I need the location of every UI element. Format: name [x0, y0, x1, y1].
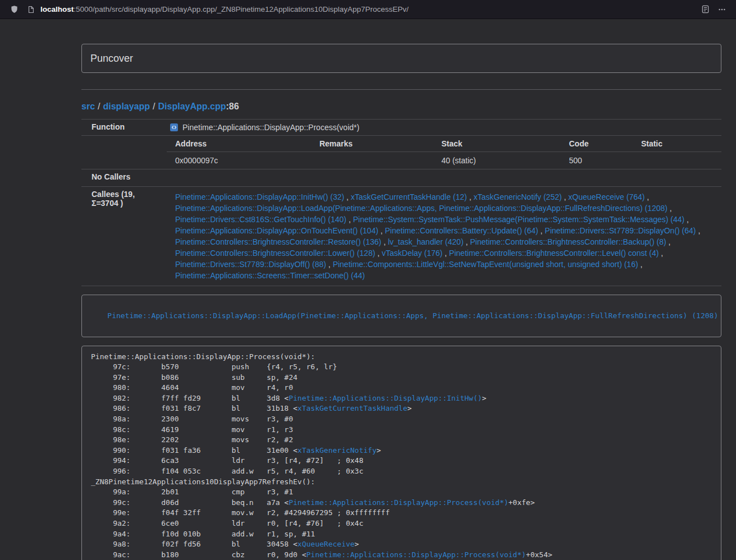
metrics-row-label	[81, 136, 167, 169]
disassembly-code: Pinetime::Applications::DisplayApp::Proc…	[91, 352, 712, 560]
code-symbol-link[interactable]: xTaskGetCurrentTaskHandle	[298, 404, 408, 412]
callee-link[interactable]: Pinetime::Drivers::Cst816S::GetTouchInfo…	[175, 215, 346, 224]
asm-line: _ZN8Pinetime12Applications10DisplayApp7R…	[91, 477, 712, 488]
asm-line: 99c: d06d beq.n a7a <Pinetime::Applicati…	[91, 498, 712, 508]
asm-line: 996: f104 053c add.w r5, r4, #60 ; 0x3c	[91, 466, 712, 477]
asm-line: 982: f7ff fd29 bl 3d8 <Pinetime::Applica…	[91, 393, 712, 404]
divider	[81, 89, 721, 90]
callee-separator: ,	[344, 192, 351, 201]
callee-link[interactable]: Pinetime::Controllers::Battery::Update()…	[385, 226, 538, 235]
callee-link[interactable]: xQueueReceive (764)	[568, 192, 644, 201]
page-info-icon[interactable]	[26, 4, 36, 15]
stack-value: 40 (static)	[433, 152, 560, 169]
function-row-label: Function	[81, 120, 167, 136]
callee-link[interactable]: Pinetime::Applications::DisplayApp::OnTo…	[175, 226, 378, 235]
breadcrumb: src/displayapp/DisplayApp.cpp:86	[81, 102, 721, 112]
toolbar-actions	[697, 4, 730, 15]
callee-link[interactable]: Pinetime::Applications::Screens::Timer::…	[175, 271, 365, 280]
asm-line: 9ac: b180 cbz r0, 9d0 <Pinetime::Applica…	[91, 550, 712, 560]
callee-separator: ,	[326, 260, 333, 269]
breadcrumb-separator: /	[98, 102, 100, 111]
code-symbol-link[interactable]: Pinetime::Applications::DisplayApp::Proc…	[307, 550, 526, 559]
callee-link[interactable]: xTaskGetCurrentTaskHandle (12)	[351, 192, 467, 201]
callee-separator: ,	[666, 237, 671, 246]
brand-link[interactable]: Puncover	[82, 53, 141, 65]
callee-link[interactable]: Pinetime::Drivers::St7789::DisplayOn() (…	[545, 226, 696, 235]
asm-line: 98e: 2202 movs r2, #2	[91, 435, 712, 446]
callee-separator: ,	[442, 249, 449, 258]
callee-separator: ,	[638, 260, 643, 269]
callees-list: Pinetime::Applications::DisplayApp::Init…	[167, 186, 721, 286]
callee-separator: ,	[381, 237, 388, 246]
code-size-value: 500	[560, 152, 632, 169]
callee-highlight-panel: Pinetime::Applications::DisplayApp::Load…	[81, 295, 721, 337]
callee-link[interactable]: vTaskDelay (176)	[382, 249, 442, 258]
asm-line: 99e: f04f 32ff mov.w r2, #4294967295 ; 0…	[91, 508, 712, 518]
callee-link[interactable]: Pinetime::Applications::DisplayApp::Load…	[175, 204, 668, 213]
metrics-header-row: Address Remarks Stack Code Static	[167, 136, 721, 152]
callee-link[interactable]: Pinetime::Controllers::BrightnessControl…	[175, 249, 375, 258]
shield-icon[interactable]	[9, 4, 19, 15]
symbol-table: Function Pinetime::Applications::Display…	[81, 119, 721, 286]
more-menu-icon[interactable]	[717, 4, 727, 15]
callee-link[interactable]: Pinetime::Controllers::BrightnessControl…	[449, 249, 659, 258]
code-symbol-link[interactable]: xQueueReceive	[298, 540, 355, 548]
breadcrumb-separator: /	[153, 102, 155, 111]
asm-line: 990: f031 fa36 bl 31e00 <xTaskGenericNot…	[91, 446, 712, 456]
metrics-row: Address Remarks Stack Code Static 0x0000…	[81, 136, 721, 169]
callee-separator: ,	[562, 192, 569, 201]
col-stack: Stack	[433, 136, 560, 152]
asm-line: 994: 6ca3 ldr r3, [r4, #72] ; 0x48	[91, 456, 712, 466]
asm-line: 98a: 2300 movs r3, #0	[91, 414, 712, 425]
col-address: Address	[167, 136, 311, 152]
callees-label: Callees (19, Σ=3704 )	[81, 186, 167, 286]
static-value	[633, 152, 721, 169]
metrics-value-row: 0x0000097c 40 (static) 500	[167, 152, 721, 169]
function-row: Function Pinetime::Applications::Display…	[81, 120, 721, 136]
asm-line: 9a2: 6ce0 ldr r0, [r4, #76] ; 0x4c	[91, 518, 712, 529]
asm-line: 98c: 4619 mov r1, r3	[91, 425, 712, 435]
metrics-table: Address Remarks Stack Code Static 0x0000…	[167, 136, 721, 169]
url-host: localhost	[40, 5, 74, 13]
callee-link[interactable]: Pinetime::Controllers::BrightnessControl…	[470, 237, 666, 246]
code-symbol-link[interactable]: xTaskGenericNotify	[298, 446, 377, 455]
callee-separator: ,	[696, 226, 701, 235]
url-bar[interactable]: localhost:5000/path/src/displayapp/Displ…	[40, 5, 697, 13]
callee-separator: ,	[375, 249, 382, 258]
callee-separator: ,	[346, 215, 353, 224]
asm-line: 9a8: f02f fd56 bl 30458 <xQueueReceive>	[91, 539, 712, 550]
code-symbol-link[interactable]: Pinetime::Applications::DisplayApp::Proc…	[289, 498, 508, 507]
callee-separator: ,	[378, 226, 385, 235]
asm-line: 97e: b086 sub sp, #24	[91, 373, 712, 383]
asm-line: 986: f031 f8c7 bl 31b18 <xTaskGetCurrent…	[91, 403, 712, 414]
callee-separator: ,	[684, 215, 689, 224]
asm-line: 9a4: f10d 010b add.w r1, sp, #11	[91, 529, 712, 540]
breadcrumb-link-src[interactable]: src	[81, 102, 95, 111]
breadcrumb-line-number: :86	[226, 102, 239, 111]
reader-mode-icon[interactable]	[700, 4, 710, 15]
remarks-value	[311, 152, 433, 169]
function-name: Pinetime::Applications::DisplayApp::Proc…	[182, 123, 359, 132]
callee-separator: ,	[668, 204, 672, 213]
callee-separator: ,	[467, 192, 474, 201]
asm-line: 97c: b570 push {r4, r5, r6, lr}	[91, 362, 712, 373]
browser-toolbar: localhost:5000/path/src/displayapp/Displ…	[0, 0, 736, 19]
callee-highlight-link[interactable]: Pinetime::Applications::DisplayApp::Load…	[107, 311, 718, 320]
breadcrumb-link-file[interactable]: DisplayApp.cpp	[158, 102, 226, 111]
callee-link[interactable]: Pinetime::Applications::DisplayApp::Init…	[175, 192, 344, 201]
breadcrumb-link-displayapp[interactable]: displayapp	[103, 102, 150, 111]
callee-link[interactable]: Pinetime::System::SystemTask::PushMessag…	[353, 215, 685, 224]
col-static: Static	[633, 136, 721, 152]
app-navbar: Puncover	[81, 44, 721, 73]
callee-link[interactable]: xTaskGenericNotify (252)	[473, 192, 561, 201]
callee-link[interactable]: lv_task_handler (420)	[388, 237, 464, 246]
asm-line: 980: 4604 mov r4, r0	[91, 383, 712, 393]
callee-link[interactable]: Pinetime::Controllers::BrightnessControl…	[175, 237, 381, 246]
callee-separator: ,	[538, 226, 545, 235]
callee-link[interactable]: Pinetime::Components::LittleVgl::SetNewT…	[333, 260, 638, 269]
callee-link[interactable]: Pinetime::Drivers::St7789::DisplayOff() …	[175, 260, 326, 269]
disassembly-panel: Pinetime::Applications::DisplayApp::Proc…	[81, 346, 721, 560]
no-callers-label: No Callers	[81, 169, 167, 186]
code-symbol-link[interactable]: Pinetime::Applications::DisplayApp::Init…	[289, 394, 482, 402]
callee-separator: ,	[659, 249, 663, 258]
